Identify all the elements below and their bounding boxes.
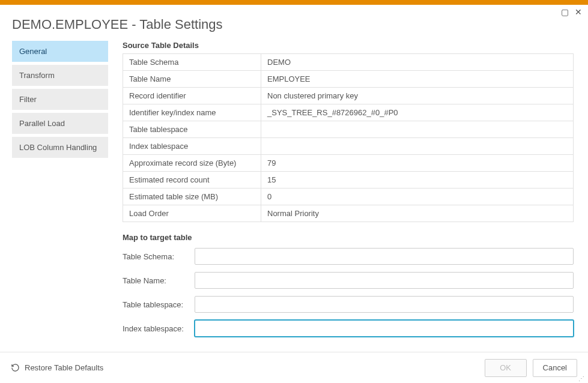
maximize-icon[interactable]: ▢ bbox=[561, 7, 569, 17]
table-row: Approximate record size (Byte)79 bbox=[123, 155, 574, 172]
detail-label: Estimated table size (MB) bbox=[123, 188, 261, 205]
table-schema-input[interactable] bbox=[195, 248, 574, 265]
table-row: Table SchemaDEMO bbox=[123, 54, 574, 71]
tab-lob-column-handling[interactable]: LOB Column Handling bbox=[12, 137, 108, 158]
sidebar: General Transform Filter Parallel Load L… bbox=[0, 41, 108, 359]
detail-label: Table Schema bbox=[123, 54, 261, 71]
detail-label: Approximate record size (Byte) bbox=[123, 155, 261, 172]
tab-general[interactable]: General bbox=[12, 41, 108, 62]
detail-label: Table tablespace bbox=[123, 121, 261, 138]
form-row-table-tablespace: Table tablespace: bbox=[123, 296, 574, 313]
detail-value: 79 bbox=[261, 155, 574, 172]
detail-value: Non clustered primary key bbox=[261, 88, 574, 104]
table-row: Table tablespace bbox=[123, 121, 574, 138]
detail-value bbox=[261, 121, 574, 138]
detail-value: 15 bbox=[261, 172, 574, 188]
table-row: Record identifierNon clustered primary k… bbox=[123, 88, 574, 104]
detail-label: Table Name bbox=[123, 71, 261, 88]
ok-button[interactable]: OK bbox=[485, 359, 527, 377]
close-icon[interactable]: ✕ bbox=[575, 7, 582, 17]
detail-value: DEMO bbox=[261, 54, 574, 71]
detail-label: Index tablespace bbox=[123, 138, 261, 155]
table-tablespace-input[interactable] bbox=[195, 296, 574, 313]
restore-icon bbox=[11, 363, 20, 372]
detail-value: _SYS_TREE_RS_#8726962_#0_#P0 bbox=[261, 104, 574, 121]
form-row-table-name: Table Name: bbox=[123, 272, 574, 289]
index-tablespace-input[interactable] bbox=[195, 320, 574, 337]
detail-value bbox=[261, 138, 574, 155]
detail-label: Identifier key/index name bbox=[123, 104, 261, 121]
source-detail-table: Table SchemaDEMO Table NameEMPLOYEE Reco… bbox=[123, 53, 574, 222]
tab-transform[interactable]: Transform bbox=[12, 65, 108, 86]
form-row-index-tablespace: Index tablespace: bbox=[123, 320, 574, 337]
restore-defaults-link[interactable]: Restore Table Defaults bbox=[11, 363, 103, 372]
table-row: Estimated record count15 bbox=[123, 172, 574, 188]
detail-value: 0 bbox=[261, 188, 574, 205]
target-section-header: Map to target table bbox=[123, 233, 574, 242]
table-row: Identifier key/index name_SYS_TREE_RS_#8… bbox=[123, 104, 574, 121]
table-name-input[interactable] bbox=[195, 272, 574, 289]
detail-label: Record identifier bbox=[123, 88, 261, 104]
index-tablespace-label: Index tablespace: bbox=[123, 324, 195, 333]
footer: Restore Table Defaults OK Cancel bbox=[0, 352, 588, 383]
form-row-table-schema: Table Schema: bbox=[123, 248, 574, 265]
content-panel: Source Table Details Table SchemaDEMO Ta… bbox=[108, 41, 588, 359]
titlebar bbox=[0, 0, 588, 5]
table-row: Estimated table size (MB)0 bbox=[123, 188, 574, 205]
cancel-button[interactable]: Cancel bbox=[533, 359, 577, 377]
table-name-label: Table Name: bbox=[123, 276, 195, 285]
resize-grip-icon[interactable]: ⋰ bbox=[578, 377, 586, 381]
tab-filter[interactable]: Filter bbox=[12, 89, 108, 110]
detail-label: Estimated record count bbox=[123, 172, 261, 188]
dialog-title: DEMO.EMPLOYEE - Table Settings bbox=[0, 5, 588, 41]
detail-label: Load Order bbox=[123, 205, 261, 222]
source-section-header: Source Table Details bbox=[123, 41, 574, 50]
detail-value: Normal Priority bbox=[261, 205, 574, 222]
table-row: Index tablespace bbox=[123, 138, 574, 155]
table-row: Load OrderNormal Priority bbox=[123, 205, 574, 222]
table-row: Table NameEMPLOYEE bbox=[123, 71, 574, 88]
detail-value: EMPLOYEE bbox=[261, 71, 574, 88]
table-tablespace-label: Table tablespace: bbox=[123, 300, 195, 309]
restore-label: Restore Table Defaults bbox=[25, 363, 103, 372]
tab-parallel-load[interactable]: Parallel Load bbox=[12, 113, 108, 134]
window-controls: ▢ ✕ bbox=[561, 7, 582, 17]
table-schema-label: Table Schema: bbox=[123, 252, 195, 261]
